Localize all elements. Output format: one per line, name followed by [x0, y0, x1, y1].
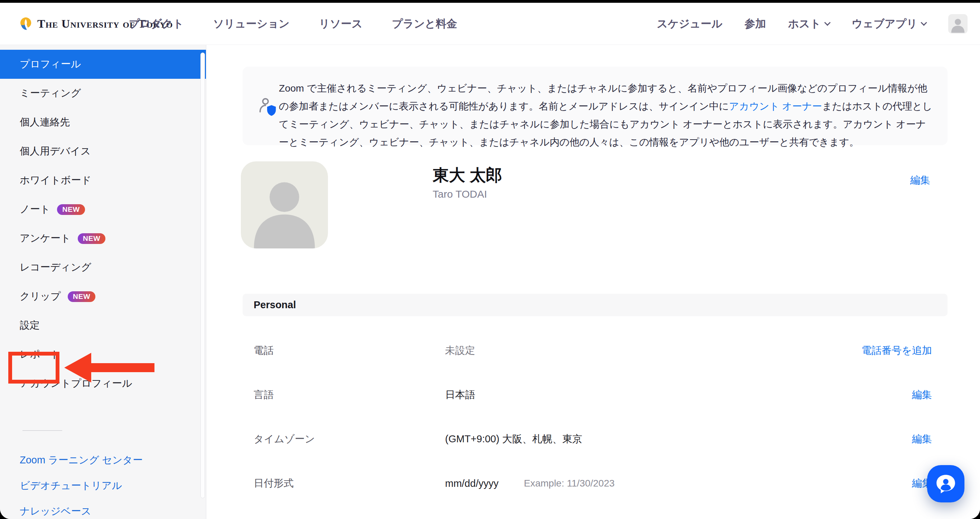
row-language: 言語 日本語 編集 [243, 373, 948, 417]
profile-display-name: 東大 太郎 [433, 164, 502, 186]
primary-nav: プロダクト ソリューション リソース プランと料金 [129, 3, 457, 45]
sidebar-item-personal-devices[interactable]: 個人用デバイス [0, 137, 206, 166]
nav-web-app[interactable]: ウェブアプリ [852, 17, 926, 31]
profile-romanized-name: Taro TODAI [433, 188, 487, 200]
sidebar-item-recordings[interactable]: レコーディング [0, 253, 206, 282]
new-badge: NEW [57, 204, 85, 215]
profile-edit-link[interactable]: 編集 [910, 174, 930, 187]
row-phone: 電話 未設定 電話番号を追加 [243, 329, 948, 373]
row-label: 電話 [254, 344, 274, 358]
header-avatar[interactable] [948, 14, 967, 33]
nav-resources[interactable]: リソース [319, 17, 363, 31]
sidebar: プロフィール ミーティング 個人連絡先 個人用デバイス ホワイトボード ノートN… [0, 45, 206, 519]
edit-language-link[interactable]: 編集 [912, 388, 932, 402]
row-date-format: 日付形式 mm/dd/yyyy Example: 11/30/2023 編集 [243, 461, 948, 506]
add-phone-number-link[interactable]: 電話番号を追加 [861, 344, 932, 358]
nav-join[interactable]: 参加 [745, 17, 766, 31]
nav-products[interactable]: プロダクト [129, 17, 184, 31]
sidebar-item-meetings[interactable]: ミーティング [0, 79, 206, 108]
nav-solutions[interactable]: ソリューション [213, 17, 290, 31]
chevron-down-icon [921, 19, 927, 25]
row-label: タイムゾーン [254, 432, 315, 446]
university-of-tokyo-ginkgo-icon [19, 16, 32, 32]
chat-person-icon [934, 472, 957, 495]
account-owner-link[interactable]: アカウント オーナー [729, 100, 822, 111]
sidebar-item-personal-contacts[interactable]: 個人連絡先 [0, 108, 206, 137]
nav-plans-pricing[interactable]: プランと料金 [392, 17, 457, 31]
zoom-web-portal-window: The University of Tokyo プロダクト ソリューション リソ… [0, 3, 980, 519]
sidebar-item-surveys[interactable]: アンケートNEW [0, 224, 206, 253]
sidebar-menu: プロフィール ミーティング 個人連絡先 個人用デバイス ホワイトボード ノートN… [0, 45, 206, 398]
privacy-notice: Zoom で主催されるミーティング、ウェビナー、チャット、またはチャネルに参加す… [243, 67, 948, 145]
screenshot-page: The University of Tokyo プロダクト ソリューション リソ… [0, 0, 980, 519]
sidebar-scrollbar[interactable] [200, 53, 205, 498]
row-label: 日付形式 [254, 476, 294, 490]
annotation-red-arrow [64, 353, 154, 382]
sidebar-link-knowledge-base[interactable]: ナレッジベース [0, 498, 206, 519]
sidebar-item-clips[interactable]: クリップNEW [0, 282, 206, 311]
support-chat-button[interactable] [927, 465, 964, 502]
top-header: The University of Tokyo プロダクト ソリューション リソ… [0, 3, 980, 45]
annotation-arrow-head [64, 353, 91, 382]
sidebar-item-settings[interactable]: 設定 [0, 311, 206, 340]
edit-timezone-link[interactable]: 編集 [912, 432, 932, 446]
row-value: 未設定 [445, 344, 475, 358]
profile-avatar[interactable] [241, 161, 328, 248]
sidebar-item-profile[interactable]: プロフィール [0, 50, 206, 79]
profile-main-content: Zoom で主催されるミーティング、ウェビナー、チャット、またはチャネルに参加す… [206, 45, 980, 519]
annotation-arrow-shaft [91, 363, 154, 372]
row-value: 日本語 [445, 388, 475, 402]
annotation-red-box [8, 352, 59, 384]
personal-section-header: Personal [243, 294, 948, 316]
chevron-down-icon [824, 19, 830, 25]
privacy-notice-text: Zoom で主催されるミーティング、ウェビナー、チャット、またはチャネルに参加す… [279, 79, 933, 151]
person-shield-privacy-icon [257, 96, 278, 117]
sidebar-item-whiteboard[interactable]: ホワイトボード [0, 166, 206, 195]
new-badge: NEW [78, 233, 106, 244]
person-silhouette-icon [241, 161, 328, 248]
personal-section-title: Personal [254, 299, 296, 310]
new-badge: NEW [68, 291, 96, 302]
nav-host[interactable]: ホスト [788, 17, 829, 31]
sidebar-footer-links: Zoom ラーニング センター ビデオチュートリアル ナレッジベース [0, 447, 206, 519]
row-label: 言語 [254, 388, 274, 402]
sidebar-item-notes[interactable]: ノートNEW [0, 195, 206, 224]
sidebar-divider [22, 430, 62, 431]
row-value: mm/dd/yyyy [445, 478, 499, 489]
sidebar-link-video-tutorials[interactable]: ビデオチュートリアル [0, 473, 206, 498]
row-value: (GMT+9:00) 大阪、札幌、東京 [445, 432, 582, 446]
sidebar-link-zoom-learning-center[interactable]: Zoom ラーニング センター [0, 447, 206, 473]
date-format-example: Example: 11/30/2023 [524, 478, 615, 489]
person-silhouette-icon [948, 14, 967, 33]
account-nav: スケジュール 参加 ホスト ウェブアプリ [657, 3, 967, 45]
row-timezone: タイムゾーン (GMT+9:00) 大阪、札幌、東京 編集 [243, 417, 948, 461]
nav-schedule[interactable]: スケジュール [657, 17, 722, 31]
